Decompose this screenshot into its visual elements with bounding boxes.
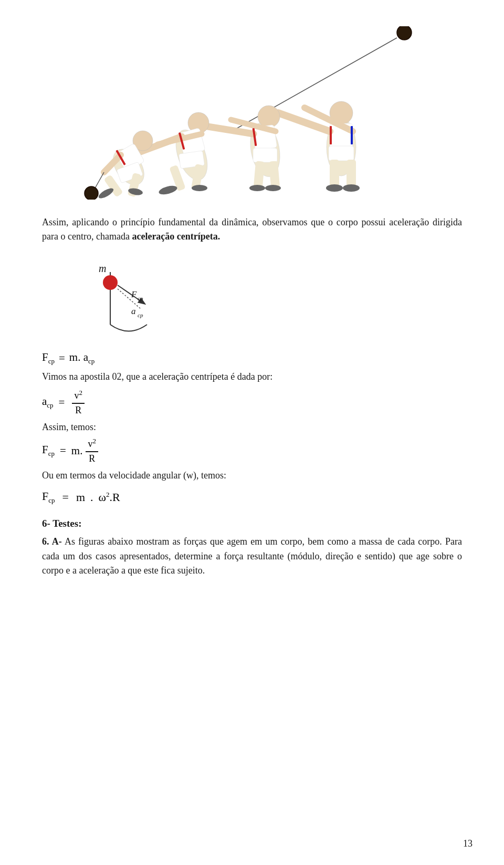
intro-text-start: Assim, aplicando o princípio fundamental… bbox=[42, 217, 462, 242]
assim-temos: Assim, temos: bbox=[42, 420, 462, 435]
formula-omega: Fcp = m . ω2.R bbox=[42, 489, 462, 505]
svg-point-11 bbox=[326, 184, 343, 192]
svg-text:m: m bbox=[99, 263, 106, 274]
apostila-text: Vimos na apostila 02, que a aceleração c… bbox=[42, 370, 462, 384]
svg-point-12 bbox=[343, 184, 360, 192]
athletes-image-area bbox=[42, 26, 462, 200]
section-6a: 6. A- As figuras abaixo mostram as força… bbox=[42, 535, 462, 579]
svg-point-21 bbox=[249, 185, 265, 191]
centripetal-diagram: m F cp a cp bbox=[84, 256, 462, 340]
svg-point-1 bbox=[397, 26, 412, 40]
svg-point-14 bbox=[258, 106, 280, 128]
page-number: 13 bbox=[463, 838, 472, 849]
section-6-heading: 6- Testes: bbox=[42, 518, 462, 529]
svg-text:cp: cp bbox=[138, 295, 143, 301]
svg-point-22 bbox=[265, 185, 281, 191]
svg-rect-44 bbox=[330, 126, 332, 144]
svg-rect-6 bbox=[329, 146, 354, 161]
intro-paragraph: Assim, aplicando o princípio fundamental… bbox=[42, 215, 462, 244]
svg-rect-8 bbox=[346, 160, 356, 187]
section-6a-body: As figuras abaixo mostram as forças que … bbox=[42, 536, 462, 576]
svg-point-32 bbox=[192, 185, 207, 191]
formula-fcp-ma: Fcp = m. acp bbox=[42, 351, 462, 366]
formula-acp: acp = v2 R bbox=[42, 389, 462, 416]
page: Assim, aplicando o princípio fundamental… bbox=[0, 0, 504, 865]
diagram-svg: m F cp a cp bbox=[84, 256, 189, 340]
section-6a-text: 6. A- As figuras abaixo mostram as força… bbox=[42, 535, 462, 579]
svg-text:a: a bbox=[131, 306, 136, 316]
svg-rect-16 bbox=[253, 148, 277, 162]
svg-rect-45 bbox=[351, 126, 353, 144]
velocidade-text: Ou em termos da velocidade angular (w), … bbox=[42, 468, 462, 483]
svg-point-41 bbox=[85, 186, 98, 200]
formula-fcp-v2r: Fcp = m. v2 R bbox=[42, 437, 462, 464]
svg-text:cp: cp bbox=[138, 312, 143, 318]
athletes-image bbox=[84, 26, 420, 200]
intro-text-bold: aceleração centrípeta. bbox=[132, 231, 220, 242]
section-6-testes: 6- Testes: bbox=[42, 518, 462, 529]
svg-rect-7 bbox=[330, 160, 339, 187]
svg-point-51 bbox=[103, 275, 118, 290]
svg-text:F: F bbox=[131, 289, 137, 299]
section-6a-label: 6. A- bbox=[42, 536, 62, 547]
